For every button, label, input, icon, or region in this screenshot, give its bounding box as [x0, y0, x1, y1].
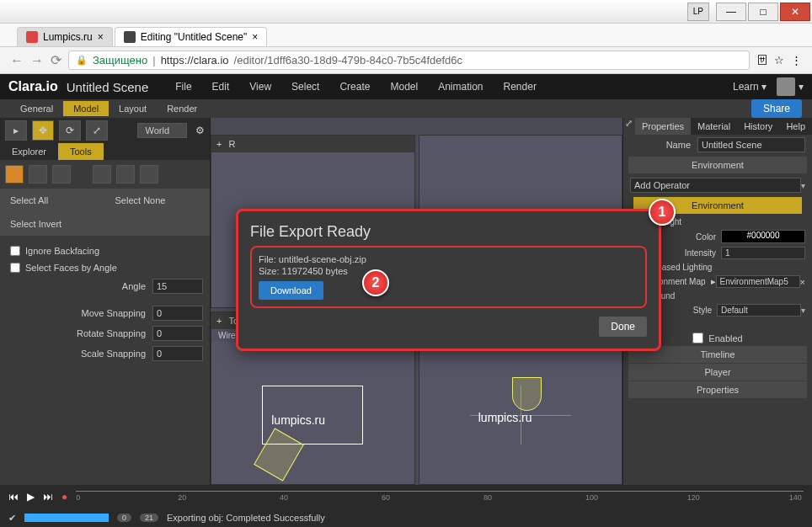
- shape-crop-icon[interactable]: [116, 165, 135, 184]
- share-button[interactable]: Share: [751, 99, 802, 118]
- shape-poly-icon[interactable]: [93, 165, 111, 184]
- properties-section[interactable]: Properties: [628, 381, 807, 398]
- close-button[interactable]: ✕: [780, 3, 810, 21]
- browser-tab-editor[interactable]: Editing "Untitled Scene" ×: [115, 27, 268, 46]
- coordinate-space-dropdown[interactable]: World: [137, 123, 187, 138]
- user-avatar-icon[interactable]: [777, 77, 795, 96]
- reload-button[interactable]: ⟳: [51, 52, 61, 68]
- translate-icon[interactable]: 🈂: [756, 54, 767, 67]
- tab-close-icon[interactable]: ×: [252, 31, 258, 43]
- select-faces-checkbox[interactable]: [10, 263, 20, 273]
- select-invert-button[interactable]: Select Invert: [0, 212, 105, 236]
- environment-section: Environment: [628, 157, 807, 173]
- fog-enabled-checkbox[interactable]: [692, 333, 703, 343]
- url-host: https://clara.io: [161, 54, 229, 67]
- ws-tab-render[interactable]: Render: [157, 101, 207, 116]
- rotate-tool-icon[interactable]: ⟳: [59, 120, 81, 141]
- shape-vertex-icon[interactable]: [52, 165, 71, 184]
- rp-tab-help[interactable]: Help: [779, 118, 812, 135]
- timeline-bar: ⏮ ▶ ⏭ ● 0 20 40 60 80 100 120 140: [0, 485, 812, 508]
- menu-create[interactable]: Create: [329, 81, 380, 93]
- ws-tab-model[interactable]: Model: [63, 101, 109, 116]
- ws-tab-general[interactable]: General: [10, 101, 63, 116]
- learn-dropdown[interactable]: Learn ▾: [733, 81, 767, 93]
- menu-model[interactable]: Model: [380, 81, 428, 93]
- maximize-button[interactable]: □: [748, 3, 778, 21]
- tab-close-icon[interactable]: ×: [98, 31, 104, 43]
- rp-tab-history[interactable]: History: [737, 118, 779, 135]
- done-button[interactable]: Done: [599, 317, 647, 337]
- ws-tab-layout[interactable]: Layout: [109, 101, 157, 116]
- browser-tabs: Lumpics.ru × Editing "Untitled Scene" ×: [0, 24, 812, 47]
- export-modal: File Export Ready File: untitled-scene-o…: [236, 209, 661, 351]
- play-button[interactable]: ▶: [27, 491, 35, 503]
- address-bar: ← → ⟳ 🔒 Защищено | https://clara.io/edit…: [0, 47, 812, 74]
- status-pill: 21: [140, 514, 158, 522]
- name-label: Name: [630, 140, 697, 150]
- shape-edge-icon[interactable]: [29, 165, 47, 184]
- enabled-label: Enabled: [708, 333, 742, 343]
- download-button[interactable]: Download: [259, 281, 323, 300]
- ignore-backfacing-checkbox[interactable]: [10, 246, 20, 256]
- scale-snap-label: Scale Snapping: [7, 349, 152, 359]
- clara-app: Clara.io Untitled Scene File Edit View S…: [0, 74, 812, 527]
- rewind-button[interactable]: ⏮: [8, 491, 19, 503]
- scale-tool-icon[interactable]: ⤢: [86, 120, 108, 141]
- label: Ignore Backfacing: [25, 246, 99, 256]
- url-input[interactable]: 🔒 Защищено | https://clara.io/editor/1df…: [68, 51, 750, 70]
- intensity-input[interactable]: 1: [721, 247, 805, 259]
- style-dropdown[interactable]: Default: [717, 304, 801, 317]
- rotate-snap-input[interactable]: 0: [152, 326, 203, 341]
- name-input[interactable]: Untitled Scene: [697, 137, 805, 152]
- angle-input[interactable]: 15: [152, 279, 203, 294]
- collapse-icon[interactable]: ⤢: [623, 118, 635, 135]
- envmap-remove-icon[interactable]: ×: [800, 277, 805, 287]
- url-path: /editor/1dff6a30-18d9-479b-84c0-7b5c4fde…: [234, 54, 463, 67]
- shape-circle-icon[interactable]: [140, 165, 158, 184]
- rp-tab-properties[interactable]: Properties: [635, 118, 691, 135]
- shape-face-icon[interactable]: [5, 165, 24, 184]
- menu-render[interactable]: Render: [494, 81, 547, 93]
- explorer-tab[interactable]: Explorer: [0, 143, 58, 160]
- player-section[interactable]: Player: [628, 364, 807, 381]
- move-snap-label: Move Snapping: [7, 308, 152, 318]
- select-tool-icon[interactable]: ▸: [5, 120, 27, 141]
- move-snap-input[interactable]: 0: [152, 306, 203, 321]
- select-none-button[interactable]: Select None: [105, 189, 211, 212]
- dropdown-icon[interactable]: ▾: [801, 181, 805, 190]
- lock-icon: 🔒: [76, 55, 88, 66]
- add-operator-dropdown[interactable]: Add Operator: [630, 178, 801, 193]
- color-swatch[interactable]: #000000: [721, 230, 805, 243]
- window-titlebar: LP — □ ✕: [0, 0, 812, 24]
- menu-icon[interactable]: ⋮: [791, 54, 802, 67]
- timeline-track[interactable]: 0 20 40 60 80 100 120 140: [76, 491, 804, 503]
- user-menu-dropdown[interactable]: ▾: [799, 81, 804, 93]
- dropdown-icon[interactable]: ▾: [801, 306, 805, 315]
- menu-file[interactable]: File: [165, 81, 201, 93]
- forward-button[interactable]: ⏭: [43, 491, 53, 503]
- angle-label: Angle: [7, 281, 152, 291]
- browser-tab-lumpics[interactable]: Lumpics.ru ×: [17, 27, 113, 46]
- envmap-input[interactable]: EnvironmentMap5: [716, 275, 800, 288]
- rp-tab-material[interactable]: Material: [691, 118, 737, 135]
- select-all-button[interactable]: Select All: [0, 189, 105, 212]
- menu-edit[interactable]: Edit: [202, 81, 240, 93]
- export-filename: File: untitled-scene-obj.zip: [259, 254, 638, 264]
- menu-animation[interactable]: Animation: [428, 81, 493, 93]
- scale-snap-input[interactable]: 0: [152, 346, 203, 361]
- menu-view[interactable]: View: [239, 81, 281, 93]
- record-button[interactable]: ●: [61, 491, 67, 503]
- watermark: lumpics.ru: [271, 413, 325, 427]
- tab-label: Editing "Untitled Scene": [141, 31, 248, 43]
- move-tool-icon[interactable]: ✥: [32, 120, 54, 141]
- export-filesize: Size: 11972450 bytes: [259, 266, 638, 276]
- status-bar: ✔ 0 21 Exporting obj: Completed Successf…: [0, 508, 812, 527]
- back-button[interactable]: ←: [10, 53, 24, 68]
- menu-select[interactable]: Select: [281, 81, 329, 93]
- tools-tab[interactable]: Tools: [58, 143, 104, 160]
- bookmark-icon[interactable]: ☆: [774, 54, 784, 67]
- settings-icon[interactable]: ⚙: [195, 125, 205, 136]
- minimize-button[interactable]: —: [716, 3, 746, 21]
- forward-button[interactable]: →: [30, 53, 44, 68]
- modal-title: File Export Ready: [250, 218, 647, 246]
